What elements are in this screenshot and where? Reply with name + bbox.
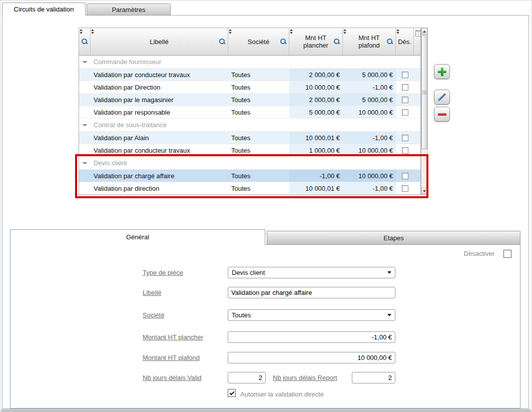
- des-checkbox[interactable]: [402, 109, 408, 116]
- nb-jours-delais-valid-input[interactable]: [228, 372, 266, 383]
- cell-des: [396, 132, 414, 144]
- des-checkbox[interactable]: [402, 147, 408, 154]
- header-icon-column[interactable]: [414, 28, 421, 55]
- table-scrollbar[interactable]: [421, 28, 428, 195]
- type-de-piece-value: Devis client: [232, 269, 265, 276]
- sort-spinner-icon[interactable]: [290, 29, 293, 34]
- group-row[interactable]: Commande fournisseur: [79, 56, 420, 69]
- cell-libelle: Validation par conducteur travaux: [91, 144, 228, 156]
- scrollbar-up-button[interactable]: [421, 28, 427, 35]
- cell-plafond: 5 000,00 €: [343, 69, 396, 81]
- montant-ht-plafond-input[interactable]: [228, 352, 395, 363]
- desactiver-checkbox[interactable]: [503, 250, 511, 258]
- autoriser-checkbox[interactable]: [228, 389, 236, 397]
- des-checkbox[interactable]: [402, 185, 408, 192]
- table-row[interactable]: Validation par DirectionToutes10 000,00 …: [79, 81, 420, 94]
- table-row[interactable]: Validation par conducteur travauxToutes2…: [79, 69, 420, 81]
- add-button[interactable]: [434, 64, 450, 79]
- cell-end: [414, 132, 421, 144]
- tab-parametres[interactable]: Paramètres: [87, 4, 171, 16]
- header-search-column[interactable]: [79, 28, 91, 55]
- autoriser-label: Autoriser la validation directe: [240, 390, 324, 398]
- table-row[interactable]: Validation par conducteur travauxToutes1…: [79, 144, 420, 157]
- group-row[interactable]: Devis client: [79, 157, 420, 170]
- des-checkbox[interactable]: [402, 97, 408, 103]
- search-icon[interactable]: [219, 39, 226, 45]
- cell-end: [414, 69, 421, 81]
- chevron-down-icon: [387, 314, 391, 316]
- table-row[interactable]: Validation par le magasinierToutes2 000,…: [79, 94, 420, 106]
- cell-des: [396, 170, 414, 182]
- chevron-down-icon[interactable]: [83, 124, 88, 126]
- montant-ht-plancher-label: Montant HT plancher: [143, 333, 203, 341]
- tab-etapes[interactable]: Etapes: [267, 231, 520, 245]
- libelle-label: Libellé: [143, 289, 162, 296]
- row-indent: [79, 144, 91, 156]
- arrow-up-icon: [423, 31, 426, 33]
- sort-spinner-icon[interactable]: [80, 29, 83, 34]
- sort-spinner-icon[interactable]: [91, 29, 94, 34]
- montant-ht-plafond-label: Montant HT plafond: [143, 354, 200, 361]
- cell-end: [414, 106, 421, 118]
- cell-des: [396, 144, 414, 156]
- search-icon[interactable]: [334, 39, 340, 45]
- cell-plancher: 10 000,00 €: [289, 81, 343, 93]
- header-mnt-ht-plancher[interactable]: Mnt HT plancher: [289, 28, 343, 55]
- des-checkbox[interactable]: [402, 84, 408, 91]
- cell-societe: Toutes: [228, 94, 289, 106]
- table-row[interactable]: Validation par chargé affaireToutes-1,00…: [79, 170, 420, 182]
- table-body: Commande fournisseurValidation par condu…: [79, 56, 420, 195]
- tab-general[interactable]: Général: [10, 229, 265, 245]
- cell-des: [396, 106, 414, 118]
- sort-spinner-icon[interactable]: [229, 29, 232, 34]
- sort-spinner-icon[interactable]: [343, 29, 346, 34]
- cell-plafond: -1,00 €: [343, 182, 396, 194]
- des-checkbox[interactable]: [402, 72, 408, 78]
- scrollbar-thumb[interactable]: [421, 35, 427, 149]
- pencil-icon: [438, 93, 446, 102]
- row-indent: [79, 132, 91, 144]
- header-mnt-ht-plafond[interactable]: Mnt HT plafond: [343, 28, 396, 55]
- header-des[interactable]: Dés.: [396, 28, 414, 55]
- header-societe[interactable]: Société: [228, 28, 289, 55]
- cell-societe: Toutes: [228, 69, 289, 81]
- cell-libelle: Validation par le magasinier: [91, 94, 228, 106]
- table-row[interactable]: Validation par AlainToutes10 000,01 €-1,…: [79, 132, 420, 144]
- column-chooser-icon[interactable]: [415, 30, 421, 37]
- chevron-down-icon[interactable]: [83, 61, 88, 63]
- societe-select[interactable]: Toutes: [228, 309, 395, 321]
- cell-end: [414, 170, 421, 182]
- cell-des: [396, 69, 414, 81]
- libelle-input[interactable]: [228, 287, 395, 298]
- cell-end: [414, 81, 421, 93]
- validation-circuits-table: Libellé Société Mnt HT plancher Mnt HT p…: [79, 28, 421, 195]
- scrollbar-down-button[interactable]: [421, 188, 427, 194]
- des-checkbox[interactable]: [402, 135, 408, 141]
- cell-plancher: 1 000,00 €: [289, 144, 343, 156]
- table-row[interactable]: Validation par responsableToutes5 000,00…: [79, 106, 420, 119]
- sort-spinner-icon[interactable]: [396, 29, 399, 34]
- des-checkbox[interactable]: [402, 173, 408, 179]
- table-row[interactable]: Validation par directionToutes10 000,01 …: [79, 182, 420, 195]
- delete-button[interactable]: [434, 107, 450, 122]
- group-row[interactable]: Contrat de sous-traitance: [79, 119, 420, 132]
- cell-societe: Toutes: [228, 106, 289, 118]
- cell-plancher: 10 000,01 €: [289, 132, 343, 144]
- montant-ht-plancher-input[interactable]: [228, 331, 395, 343]
- nb-jours-delais-report-input[interactable]: [352, 372, 395, 383]
- cell-societe: Toutes: [228, 182, 289, 194]
- search-icon[interactable]: [280, 39, 287, 45]
- cell-end: [414, 182, 421, 194]
- type-de-piece-select[interactable]: Devis client: [228, 267, 395, 278]
- cell-plafond: -1,00 €: [343, 81, 396, 93]
- chevron-down-icon[interactable]: [83, 162, 88, 164]
- tab-circuits-de-validation[interactable]: Circuits de validation: [2, 3, 86, 16]
- cell-plafond: 10 000,00 €: [343, 144, 396, 156]
- group-label: Commande fournisseur: [91, 58, 161, 66]
- cell-libelle: Validation par chargé affaire: [91, 170, 228, 182]
- edit-button[interactable]: [434, 90, 450, 105]
- search-icon[interactable]: [82, 39, 88, 45]
- nb-jours-delais-report-label: Nb jours délais Report: [273, 374, 337, 381]
- search-icon[interactable]: [387, 39, 393, 45]
- header-libelle[interactable]: Libellé: [91, 28, 228, 55]
